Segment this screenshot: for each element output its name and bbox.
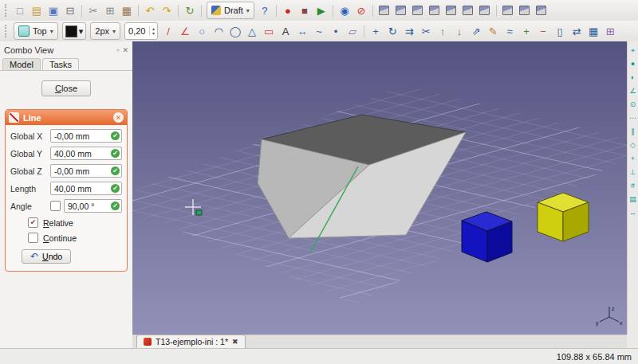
- document-tab[interactable]: T13-ejemplo-ini : 1* ✖: [136, 335, 246, 348]
- new-document-icon[interactable]: □: [12, 2, 28, 18]
- draft-text-icon[interactable]: A: [278, 23, 293, 39]
- draft-upgrade-icon[interactable]: ↑: [435, 23, 451, 39]
- float-panel-icon[interactable]: ▫: [116, 46, 119, 54]
- draft-edit-icon[interactable]: ✎: [485, 23, 501, 39]
- zoom-fit-all-icon[interactable]: ◉: [337, 2, 352, 18]
- draft-facebinder-icon[interactable]: ▱: [345, 23, 360, 39]
- working-plane-selector[interactable]: Top ▾: [14, 22, 58, 40]
- panel-window-buttons: ▫ ✕: [116, 46, 128, 54]
- draft-wire-icon[interactable]: ∠: [177, 23, 193, 39]
- draw-style-icon[interactable]: ⊘: [353, 2, 369, 18]
- save-icon[interactable]: ▣: [45, 2, 61, 18]
- close-panel-icon[interactable]: ✕: [122, 46, 128, 54]
- snap-dimensions-icon[interactable]: ↔: [628, 207, 638, 218]
- draft-downgrade-icon[interactable]: ↓: [451, 23, 467, 39]
- draft-ellipse-icon[interactable]: ◯: [227, 23, 243, 39]
- field-input[interactable]: 40,00 mm ✔: [50, 182, 122, 195]
- draft-line-icon[interactable]: /: [160, 23, 176, 39]
- task-field-row: Global Y 40,00 mm ✔: [10, 147, 122, 160]
- tab-model[interactable]: Model: [2, 58, 41, 70]
- snap-center-icon[interactable]: ⊙: [628, 99, 638, 110]
- macro-record-icon[interactable]: ●: [280, 2, 296, 18]
- toolbar-drag-handle[interactable]: [5, 4, 9, 17]
- close-task-button[interactable]: Close: [41, 80, 91, 96]
- redo-icon[interactable]: ↷: [159, 2, 175, 18]
- snap-special-icon[interactable]: ◇: [628, 139, 638, 151]
- open-document-icon[interactable]: ▤: [29, 2, 45, 18]
- snap-working-plane-icon[interactable]: ▤: [628, 194, 638, 205]
- cut-icon[interactable]: ✂: [85, 2, 101, 18]
- draft-del-point-icon[interactable]: −: [535, 23, 551, 39]
- draft-circle-icon[interactable]: ○: [194, 23, 210, 39]
- view-left-icon[interactable]: [477, 2, 493, 18]
- draft-trimex-icon[interactable]: ✂: [418, 23, 434, 39]
- print-icon[interactable]: ⊟: [62, 2, 78, 18]
- draft-array-icon[interactable]: ▦: [585, 23, 601, 39]
- angle-lock-checkbox[interactable]: [50, 201, 61, 211]
- draft-rotate-icon[interactable]: ↻: [384, 23, 400, 39]
- view-rotate-left-icon[interactable]: [517, 2, 533, 18]
- workbench-selector[interactable]: Draft ▾: [207, 2, 254, 19]
- 3d-scene[interactable]: zxy: [132, 41, 627, 335]
- draft-shape2dview-icon[interactable]: ▯: [552, 23, 568, 39]
- view-bottom-icon[interactable]: [460, 2, 476, 18]
- view-axonometric-icon[interactable]: [500, 2, 516, 18]
- angle-input[interactable]: 90,00 ° ✔: [64, 199, 122, 213]
- snap-endpoint-icon[interactable]: ●: [628, 58, 638, 69]
- line-color-picker[interactable]: ▾: [62, 22, 87, 40]
- macro-stop-icon[interactable]: ■: [297, 2, 313, 18]
- draft-scale-icon[interactable]: ⇗: [468, 23, 484, 39]
- whatsthis-icon[interactable]: ?: [257, 2, 273, 18]
- draft-bspline-icon[interactable]: ~: [311, 23, 327, 39]
- draft-rectangle-icon[interactable]: ▭: [261, 23, 277, 39]
- 3d-viewport[interactable]: zxy: [132, 41, 627, 335]
- snap-grid-icon[interactable]: #: [628, 180, 638, 191]
- field-value: 90,00 °: [68, 202, 94, 211]
- view-right-icon[interactable]: [427, 2, 443, 18]
- undo-button[interactable]: ↶ Undo: [22, 249, 71, 264]
- draft-move-icon[interactable]: +: [368, 23, 384, 39]
- copy-icon[interactable]: ⊞: [102, 2, 118, 18]
- toolbar-drag-handle[interactable]: [5, 25, 9, 37]
- draft-clone-icon[interactable]: ⊞: [602, 23, 618, 39]
- draft-wire-to-bspline-icon[interactable]: ≈: [502, 23, 518, 39]
- draft-arc-icon[interactable]: ◠: [211, 23, 226, 39]
- document-tab-close-icon[interactable]: ✖: [232, 338, 238, 346]
- refresh-icon[interactable]: ↻: [182, 2, 198, 18]
- field-input[interactable]: -0,00 mm ✔: [50, 129, 122, 143]
- tab-tasks[interactable]: Tasks: [42, 58, 79, 70]
- draft-to-sketch-icon[interactable]: ⇄: [569, 23, 585, 39]
- view-front-icon[interactable]: [393, 2, 409, 18]
- scale-spinbox[interactable]: 0,20 ▴▾: [124, 22, 158, 40]
- macro-play-icon[interactable]: ▶: [313, 2, 329, 18]
- spin-down-icon[interactable]: ▾: [152, 31, 155, 36]
- snap-near-icon[interactable]: +: [628, 153, 638, 164]
- field-input[interactable]: -0,00 mm ✔: [50, 164, 122, 178]
- view-rear-icon[interactable]: [443, 2, 459, 18]
- draft-offset-icon[interactable]: ⇉: [401, 23, 417, 39]
- draft-polygon-icon[interactable]: △: [244, 23, 260, 39]
- document-tab-bar: T13-ejemplo-ini : 1* ✖: [132, 335, 627, 348]
- field-input[interactable]: 40,00 mm ✔: [50, 147, 122, 160]
- relative-checkbox[interactable]: ✔: [28, 217, 38, 228]
- draft-point-icon[interactable]: •: [328, 23, 344, 39]
- task-close-icon[interactable]: ✕: [113, 112, 124, 123]
- spin-arrows[interactable]: ▴▾: [149, 26, 157, 36]
- continue-checkbox[interactable]: [28, 233, 38, 243]
- paste-icon[interactable]: ▦: [119, 2, 135, 18]
- task-field-row: Global X -0,00 mm ✔: [10, 129, 122, 143]
- line-width-selector[interactable]: 2px ▾: [90, 22, 120, 40]
- snap-extension-icon[interactable]: ⋯: [628, 112, 638, 123]
- snap-lock-icon[interactable]: ⌖: [628, 45, 638, 56]
- snap-parallel-icon[interactable]: ∥: [628, 126, 638, 137]
- draft-dimension-icon[interactable]: ↔: [294, 23, 310, 39]
- snap-ortho-icon[interactable]: ⊥: [628, 166, 638, 178]
- snap-midpoint-icon[interactable]: ◐: [628, 72, 638, 83]
- snap-angle-icon[interactable]: ∠: [628, 85, 638, 96]
- undo-icon[interactable]: ↶: [142, 2, 158, 18]
- draft-add-point-icon[interactable]: +: [518, 23, 534, 39]
- view-rotate-right-icon[interactable]: [534, 2, 549, 18]
- view-top-icon[interactable]: [410, 2, 426, 18]
- angle-field-row: Angle 90,00 ° ✔: [10, 199, 122, 213]
- view-isometric-icon[interactable]: [376, 2, 392, 18]
